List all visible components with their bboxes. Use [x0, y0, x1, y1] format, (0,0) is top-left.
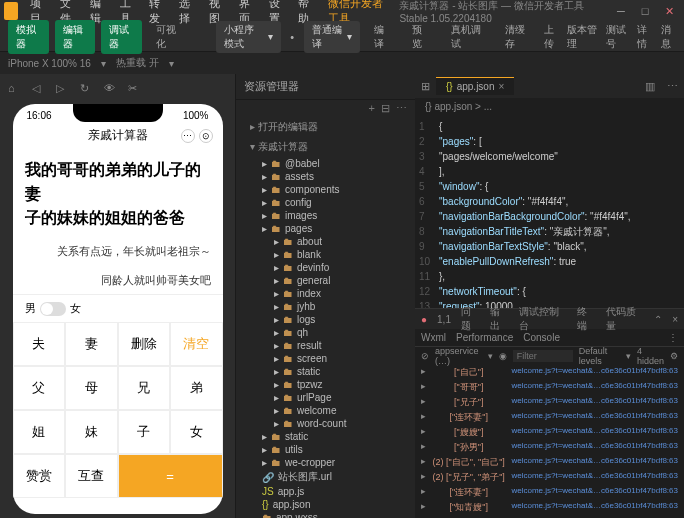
- action-compile[interactable]: 编译: [366, 20, 398, 54]
- upload-btn[interactable]: 上传: [544, 23, 559, 51]
- new-file-icon[interactable]: +: [369, 102, 375, 115]
- refresh-icon[interactable]: ↻: [80, 82, 96, 98]
- tree-open-editors[interactable]: 打开的编辑器: [236, 117, 415, 137]
- tree-item[interactable]: ▸ 🖿 static: [236, 430, 415, 443]
- subtab-perf[interactable]: Performance: [456, 332, 513, 343]
- con-collapse-icon[interactable]: ⌃: [654, 314, 662, 325]
- tab-simulator[interactable]: 模拟器: [8, 20, 49, 54]
- maximize-icon[interactable]: □: [634, 3, 656, 19]
- tree-item[interactable]: ▸ 🖿 general: [236, 274, 415, 287]
- con-clear-icon[interactable]: ⊘: [421, 351, 429, 361]
- capsule-menu-icon[interactable]: ⋯: [181, 129, 195, 143]
- console-log-row[interactable]: ▸ (2) ["自己", "自己"]welcome.js?t=wechat&…c…: [415, 455, 684, 470]
- key-younger-sister[interactable]: 妹: [65, 410, 118, 454]
- subtab-wxml[interactable]: Wxml: [421, 332, 446, 343]
- tab-close-icon[interactable]: ×: [499, 81, 505, 92]
- tree-item[interactable]: ▸ 🖿 images: [236, 209, 415, 222]
- console-log-row[interactable]: ▸ ["自己"]welcome.js?t=wechat&…c6e36c01bf4…: [415, 365, 684, 380]
- detail-btn[interactable]: 详情: [637, 23, 652, 51]
- console-log-row[interactable]: ▸ (2) ["兄子", "弟子"]welcome.js?t=wechat&…c…: [415, 470, 684, 485]
- forward-icon[interactable]: ▷: [56, 82, 72, 98]
- levels-dropdown[interactable]: Default levels: [579, 346, 620, 366]
- tree-item[interactable]: ▸ 🖿 components: [236, 183, 415, 196]
- tree-item[interactable]: ▸ 🖿 blank: [236, 248, 415, 261]
- tab-more-icon[interactable]: ⋯: [661, 80, 684, 93]
- gender-toggle[interactable]: [40, 302, 66, 316]
- tree-item[interactable]: ▸ 🖿 screen: [236, 352, 415, 365]
- tree-item[interactable]: ▸ 🖿 index: [236, 287, 415, 300]
- msg-btn[interactable]: 消息: [661, 23, 676, 51]
- console-log-row[interactable]: ▸ ["知青嫂"]welcome.js?t=wechat&…c6e36c01bf…: [415, 500, 684, 515]
- subtab-console[interactable]: Console: [523, 332, 560, 343]
- tree-item[interactable]: ▸ 🖿 assets: [236, 170, 415, 183]
- mode-dropdown[interactable]: 小程序模式▾: [216, 21, 280, 53]
- con-gear-icon[interactable]: ⚙: [670, 351, 678, 361]
- key-daughter[interactable]: 女: [170, 410, 223, 454]
- key-father[interactable]: 父: [13, 366, 66, 410]
- key-wife[interactable]: 妻: [65, 322, 118, 366]
- key-clear[interactable]: 清空: [170, 322, 223, 366]
- key-equals[interactable]: =: [118, 454, 223, 498]
- tab-editor[interactable]: 编辑器: [55, 20, 96, 54]
- tree-item[interactable]: ▸ 🖿 devinfo: [236, 261, 415, 274]
- close-icon[interactable]: ✕: [658, 3, 680, 19]
- hot-reload[interactable]: 热重载 开: [116, 56, 159, 70]
- tree-item[interactable]: ▸ 🖿 jyhb: [236, 300, 415, 313]
- filter-input[interactable]: [513, 350, 573, 362]
- split-icon[interactable]: ▥: [639, 80, 661, 93]
- key-husband[interactable]: 夫: [13, 322, 66, 366]
- console-log-row[interactable]: ▸ ["连环妻"]welcome.js?t=wechat&…c6e36c01bf…: [415, 485, 684, 500]
- tree-item[interactable]: ▸ 🖿 result: [236, 339, 415, 352]
- cut-icon[interactable]: ✂: [128, 82, 144, 98]
- tab-visual[interactable]: 可视化: [148, 20, 189, 54]
- breadcrumb[interactable]: {} app.json > ...: [415, 98, 684, 115]
- action-preview[interactable]: 预览: [404, 20, 436, 54]
- filter-eye-icon[interactable]: ◉: [499, 351, 507, 361]
- key-reverse[interactable]: 互查: [65, 454, 118, 498]
- capsule-close-icon[interactable]: ⊙: [199, 129, 213, 143]
- tab-debugger[interactable]: 调试器: [101, 20, 142, 54]
- con-close-icon[interactable]: ×: [672, 314, 678, 325]
- action-clear[interactable]: 清缓存: [497, 20, 538, 54]
- tree-item[interactable]: ▸ 🖿 logs: [236, 313, 415, 326]
- key-elder-sister[interactable]: 姐: [13, 410, 66, 454]
- con-dock-icon[interactable]: ⋮: [668, 332, 678, 343]
- version-btn[interactable]: 版本管理: [567, 23, 598, 51]
- compile-dropdown[interactable]: 普通编译▾: [304, 21, 360, 53]
- tree-item[interactable]: ▸ 🖿 config: [236, 196, 415, 209]
- tree-item[interactable]: ▸ 🖿 @babel: [236, 157, 415, 170]
- key-reward[interactable]: 赞赏: [13, 454, 66, 498]
- tree-item[interactable]: ▸ 🖿 welcome: [236, 404, 415, 417]
- test-btn[interactable]: 测试号: [606, 23, 629, 51]
- key-son[interactable]: 子: [118, 410, 171, 454]
- tree-item[interactable]: ▸ 🖿 qh: [236, 326, 415, 339]
- code-editor[interactable]: 1{2 "pages": [3 "pages/welcome/welcome"4…: [415, 115, 684, 308]
- expand-icon[interactable]: ⊞: [415, 80, 436, 93]
- home-icon[interactable]: ⌂: [8, 82, 24, 98]
- console-log-row[interactable]: ▸ ["嫂嫂"]welcome.js?t=wechat&…c6e36c01bf4…: [415, 425, 684, 440]
- tree-item[interactable]: ▸ 🖿 utils: [236, 443, 415, 456]
- action-remote[interactable]: 真机调试: [443, 20, 492, 54]
- tree-item[interactable]: ▸ 🖿 about: [236, 235, 415, 248]
- tree-item[interactable]: 🔗 站长图库.url: [236, 469, 415, 485]
- collapse-icon[interactable]: ⊟: [381, 102, 390, 115]
- eye-icon[interactable]: 👁: [104, 82, 120, 98]
- minimize-icon[interactable]: ─: [610, 3, 632, 19]
- tree-item[interactable]: ▸ 🖿 pages: [236, 222, 415, 235]
- tree-project-root[interactable]: 亲戚计算器: [236, 137, 415, 157]
- tree-item[interactable]: ▸ 🖿 urlPage: [236, 391, 415, 404]
- key-delete[interactable]: 删除: [118, 322, 171, 366]
- context-dropdown[interactable]: appservice (…): [435, 346, 482, 366]
- tab-app-json[interactable]: {}app.json×: [436, 77, 514, 95]
- console-log-row[interactable]: ▸ ["哥哥"]welcome.js?t=wechat&…c6e36c01bf4…: [415, 380, 684, 395]
- more-icon[interactable]: ⋯: [396, 102, 407, 115]
- console-log-row[interactable]: ▸ ["孙男"]welcome.js?t=wechat&…c6e36c01bf4…: [415, 440, 684, 455]
- key-younger-brother[interactable]: 弟: [170, 366, 223, 410]
- console-log-row[interactable]: ▸ ["连环妻"]welcome.js?t=wechat&…c6e36c01bf…: [415, 410, 684, 425]
- tree-item[interactable]: {} app.json: [236, 498, 415, 511]
- key-mother[interactable]: 母: [65, 366, 118, 410]
- tree-item[interactable]: ▸ 🖿 we-cropper: [236, 456, 415, 469]
- back-icon[interactable]: ◁: [32, 82, 48, 98]
- tree-item[interactable]: JS app.js: [236, 485, 415, 498]
- key-elder-brother[interactable]: 兄: [118, 366, 171, 410]
